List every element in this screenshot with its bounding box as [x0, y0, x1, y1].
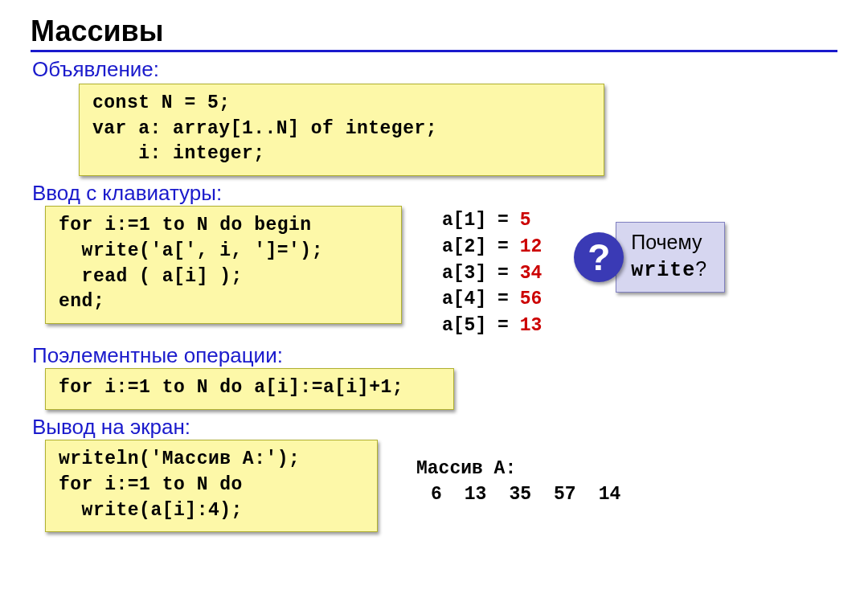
code-input: for i:=1 to N do begin write('a[', i, ']…	[45, 206, 402, 324]
input-values-list: a[1] = 5 a[2] = 12 a[3] = 34 a[4] = 56 a…	[442, 207, 542, 338]
input-value-row: a[1] = 5	[442, 207, 542, 234]
question-box: Почему write?	[616, 222, 725, 293]
code-elementwise: for i:=1 to N do a[i]:=a[i]+1;	[45, 368, 454, 410]
input-value-row: a[4] = 56	[442, 286, 542, 313]
output-final: Массив A: 613355714	[416, 456, 643, 507]
title-rule	[31, 50, 837, 52]
question-icon: ?	[574, 232, 624, 282]
input-value-row: a[5] = 13	[442, 313, 542, 339]
input-value-row: a[2] = 12	[442, 234, 542, 260]
code-output: writeln('Массив A:'); for i:=1 to N do w…	[45, 440, 378, 532]
question-callout: ? Почему write?	[574, 222, 725, 293]
section-input: Ввод с клавиатуры:	[32, 181, 837, 206]
input-value-row: a[3] = 34	[442, 260, 542, 287]
output-header: Массив A:	[416, 456, 643, 481]
callout-line1: Почему	[631, 229, 706, 256]
code-declaration: const N = 5; var a: array[1..N] of integ…	[79, 84, 604, 176]
output-values: 613355714	[416, 481, 643, 507]
slide: Массивы Объявление: const N = 5; var a: …	[0, 0, 868, 532]
page-title: Массивы	[31, 14, 837, 48]
callout-line2: write?	[631, 256, 706, 285]
section-declaration: Объявление:	[32, 57, 837, 82]
section-elementwise: Поэлементные операции:	[32, 343, 837, 368]
section-output: Вывод на экран:	[32, 415, 837, 440]
